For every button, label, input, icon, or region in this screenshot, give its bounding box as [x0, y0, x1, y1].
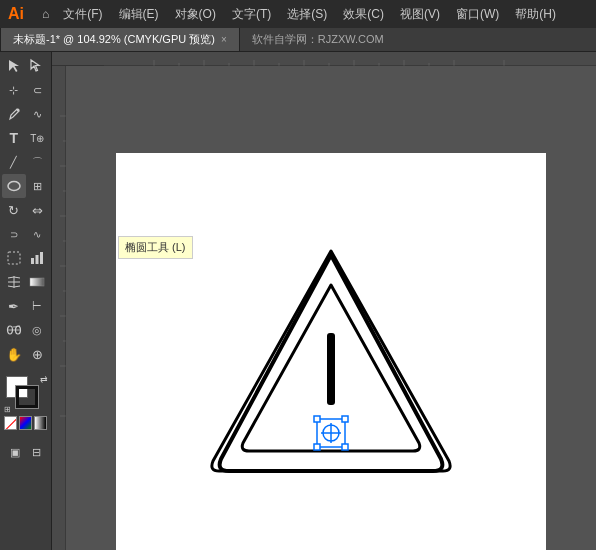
menu-file[interactable]: 文件(F) — [55, 2, 110, 27]
canvas-area-wrapper: 椭圆工具 (L) — [52, 52, 596, 550]
menu-text[interactable]: 文字(T) — [224, 2, 279, 27]
tool-group-type: T T⊕ — [2, 126, 49, 150]
tool-group-artboard: ▣ ⊟ — [4, 440, 47, 464]
symbol-sprayer-tool[interactable]: ◎ — [26, 318, 50, 342]
width-tool[interactable]: ⊃ — [2, 222, 26, 246]
magic-wand-tool[interactable]: ⊹ — [2, 78, 26, 102]
graph-tool[interactable] — [26, 246, 50, 270]
menu-window[interactable]: 窗口(W) — [448, 2, 507, 27]
default-colors-icon[interactable]: ⊞ — [4, 405, 11, 414]
warp-tool[interactable]: ∿ — [26, 222, 50, 246]
menu-view[interactable]: 视图(V) — [392, 2, 448, 27]
svg-rect-6 — [30, 278, 44, 286]
svg-rect-4 — [36, 255, 39, 264]
change-screen-mode[interactable]: ▣ — [4, 440, 26, 464]
menu-edit[interactable]: 编辑(E) — [111, 2, 167, 27]
ruler-horizontal — [52, 52, 596, 66]
ellipse-tool[interactable] — [2, 174, 26, 198]
lasso-tool[interactable]: ⊂ — [26, 78, 50, 102]
shape-builder-tool[interactable]: ⊞ — [26, 174, 50, 198]
gradient-tool[interactable] — [26, 270, 50, 294]
svg-rect-40 — [342, 416, 348, 422]
tool-group-eyedropper: ✒ ⊢ — [2, 294, 49, 318]
color-mode-color[interactable] — [19, 416, 32, 430]
stroke-color-swatch[interactable] — [16, 386, 38, 408]
direct-selection-tool[interactable] — [26, 54, 50, 78]
tabbar: 未标题-1* @ 104.92% (CMYK/GPU 预览) × 软件自学网：R… — [0, 28, 596, 52]
app-logo: Ai — [4, 3, 28, 25]
tool-group-pen: ∿ — [2, 102, 49, 126]
toolbar-left: ⊹ ⊂ ∿ T T⊕ ╱ ⌒ ⊞ — [0, 52, 52, 550]
reflect-tool[interactable]: ⇔ — [26, 198, 50, 222]
arc-tool[interactable]: ⌒ — [26, 150, 50, 174]
mesh-tool[interactable] — [2, 270, 26, 294]
tool-group-mesh — [2, 270, 49, 294]
svg-rect-37 — [327, 333, 335, 405]
touch-type-tool[interactable]: T⊕ — [26, 126, 50, 150]
svg-point-1 — [8, 182, 20, 191]
svg-rect-5 — [40, 252, 43, 264]
menu-effect[interactable]: 效果(C) — [335, 2, 392, 27]
canvas-row: 椭圆工具 (L) — [52, 66, 596, 550]
main-layout: ⊹ ⊂ ∿ T T⊕ ╱ ⌒ ⊞ — [0, 52, 596, 550]
measure-tool[interactable]: ⊢ — [26, 294, 50, 318]
color-mode-none[interactable] — [4, 416, 17, 430]
tab-close-button[interactable]: × — [221, 34, 227, 45]
ruler-vertical — [52, 66, 66, 550]
zoom-tool[interactable]: ⊕ — [26, 342, 50, 366]
svg-rect-42 — [342, 444, 348, 450]
tool-group-shape: ⊞ — [2, 174, 49, 198]
curvature-tool[interactable]: ∿ — [26, 102, 50, 126]
tab-title: 未标题-1* @ 104.92% (CMYK/GPU 预览) — [13, 32, 215, 47]
canvas-area[interactable]: 椭圆工具 (L) — [66, 66, 596, 550]
svg-rect-41 — [314, 444, 320, 450]
hand-tool[interactable]: ✋ — [2, 342, 26, 366]
tool-group-selection — [2, 54, 49, 78]
swap-colors-icon[interactable]: ⇄ — [40, 374, 48, 384]
svg-rect-3 — [31, 258, 34, 264]
eyedropper-tool[interactable]: ✒ — [2, 294, 26, 318]
tool-group-navigate: ✋ ⊕ — [2, 342, 49, 366]
tool-group-lasso: ⊹ ⊂ — [2, 78, 49, 102]
tool-group-blend: ◎ — [2, 318, 49, 342]
color-mode-gradient[interactable] — [34, 416, 47, 430]
menu-select[interactable]: 选择(S) — [279, 2, 335, 27]
pen-tool[interactable] — [2, 102, 26, 126]
type-tool[interactable]: T — [2, 126, 26, 150]
rotate-tool[interactable]: ↻ — [2, 198, 26, 222]
tool-group-line: ╱ ⌒ — [2, 150, 49, 174]
line-tool[interactable]: ╱ — [2, 150, 26, 174]
tool-group-warp: ⊃ ∿ — [2, 222, 49, 246]
tool-group-graph — [2, 246, 49, 270]
artboard — [116, 153, 546, 551]
active-tab[interactable]: 未标题-1* @ 104.92% (CMYK/GPU 预览) × — [0, 28, 240, 51]
warning-sign-illustration — [201, 233, 461, 503]
tool-group-transform: ↻ ⇔ — [2, 198, 49, 222]
free-transform-tool[interactable] — [2, 246, 26, 270]
svg-rect-2 — [8, 252, 20, 264]
menu-help[interactable]: 帮助(H) — [507, 2, 564, 27]
selection-tool[interactable] — [2, 54, 26, 78]
svg-rect-39 — [314, 416, 320, 422]
artboard-tool[interactable]: ⊟ — [26, 440, 48, 464]
blend-tool[interactable] — [2, 318, 26, 342]
menu-home-icon[interactable]: ⌂ — [36, 5, 55, 23]
menubar: Ai ⌂ 文件(F) 编辑(E) 对象(O) 文字(T) 选择(S) 效果(C)… — [0, 0, 596, 28]
secondary-tab: 软件自学网：RJZXW.COM — [240, 28, 396, 51]
menu-object[interactable]: 对象(O) — [167, 2, 224, 27]
svg-point-0 — [16, 109, 19, 112]
